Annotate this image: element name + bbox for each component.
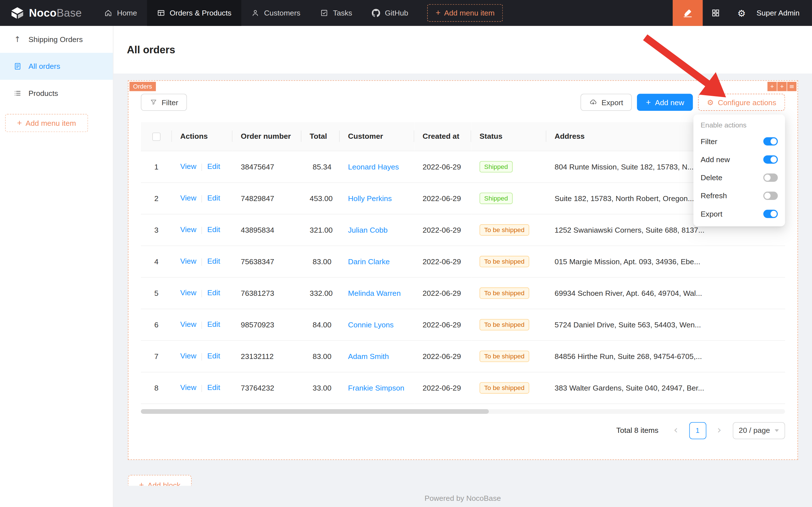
page-size-select[interactable]: 20 / page <box>733 422 785 439</box>
col-header-created-at: Created at <box>414 122 471 151</box>
cell-address: 5724 Daniel Drive, Suite 563, 54403, Wen… <box>546 309 785 340</box>
export-button[interactable]: Export <box>581 94 632 111</box>
dropdown-item-label: Filter <box>701 137 717 145</box>
dropdown-item-label: Add new <box>701 155 730 163</box>
next-page-button[interactable]: › <box>711 422 728 439</box>
cell-created-at: 2022-06-29 <box>414 245 471 277</box>
add-block-button[interactable]: + Add block <box>128 475 192 486</box>
select-all-checkbox[interactable] <box>152 132 161 141</box>
view-link[interactable]: View <box>180 257 196 265</box>
nav-item-home[interactable]: Home <box>94 0 147 26</box>
brand-text: NocoBase <box>29 7 82 19</box>
github-icon <box>372 9 380 17</box>
col-header-actions: Actions <box>172 122 233 151</box>
filter-button[interactable]: Filter <box>141 94 187 111</box>
nav-add-menu-item-button[interactable]: + Add menu item <box>427 4 503 22</box>
row-actions: ViewEdit <box>172 151 233 182</box>
view-link[interactable]: View <box>180 162 196 171</box>
nav-item-customers[interactable]: Customers <box>241 0 310 26</box>
view-link[interactable]: View <box>180 194 196 202</box>
cell-total: 83.00 <box>301 340 340 372</box>
toggle-switch[interactable] <box>763 210 777 218</box>
toggle-switch[interactable] <box>763 173 777 181</box>
file-icon <box>13 62 22 70</box>
sidebar-item-products[interactable]: Products <box>0 80 113 107</box>
plugin-manager-button[interactable] <box>703 0 729 26</box>
table-header-row: Actions Order number Total Customer Crea… <box>141 122 785 151</box>
cell-created-at: 2022-06-29 <box>414 309 471 340</box>
dropdown-item-label: Export <box>701 210 722 218</box>
customer-link[interactable]: Frankie Simpson <box>348 384 404 392</box>
customer-link[interactable]: Adam Smith <box>348 352 389 360</box>
col-header-status: Status <box>471 122 546 151</box>
sidebar-add-menu-item-button[interactable]: + Add menu item <box>5 114 88 132</box>
sidebar-item-shipping-orders[interactable]: ↑ Shipping Orders <box>0 26 113 53</box>
toggle-switch[interactable] <box>763 137 777 145</box>
nocobase-logo-icon <box>10 6 24 20</box>
edit-link[interactable]: Edit <box>207 352 220 360</box>
action-divider <box>201 195 202 203</box>
table-row: 6 ViewEdit 98570923 84.00 Connie Lyons 2… <box>141 309 785 340</box>
dropdown-list: Filter Add new Delete Refresh Export <box>693 132 785 222</box>
chevron-down-icon <box>775 429 779 432</box>
dropdown-item[interactable]: Add new <box>693 150 785 168</box>
add-new-button[interactable]: + Add new <box>637 94 693 111</box>
cell-order-number: 43895834 <box>233 214 301 245</box>
prev-page-button[interactable]: ‹ <box>668 422 685 439</box>
customer-link[interactable]: Connie Lyons <box>348 320 394 329</box>
block-menu-icon[interactable]: ≡ <box>787 82 797 91</box>
edit-link[interactable]: Edit <box>207 226 220 234</box>
col-header-order-number: Order number <box>233 122 301 151</box>
settings-button[interactable]: ⚙ <box>729 0 754 26</box>
current-page-button[interactable]: 1 <box>689 422 706 439</box>
nav-item-orders-products[interactable]: Orders & Products <box>147 0 241 26</box>
plus-icon: + <box>139 481 144 486</box>
edit-link[interactable]: Edit <box>207 289 220 297</box>
edit-link[interactable]: Edit <box>207 162 220 171</box>
sidebar-item-all-orders[interactable]: All orders <box>0 53 113 80</box>
cell-status: Shipped <box>471 182 546 214</box>
nocobase-logo[interactable]: NocoBase <box>0 6 90 20</box>
list-icon <box>13 89 22 97</box>
horizontal-scrollbar-thumb[interactable] <box>141 409 489 414</box>
cell-order-number: 98570923 <box>233 309 301 340</box>
ui-editor-button[interactable] <box>673 0 703 26</box>
view-link[interactable]: View <box>180 384 196 392</box>
row-actions: ViewEdit <box>172 340 233 372</box>
cell-customer: Leonard Hayes <box>340 151 414 182</box>
dropdown-item[interactable]: Delete <box>693 168 785 186</box>
edit-link[interactable]: Edit <box>207 384 220 392</box>
customer-link[interactable]: Holly Perkins <box>348 194 392 202</box>
edit-link[interactable]: Edit <box>207 194 220 202</box>
user-name[interactable]: Super Admin <box>754 9 812 17</box>
customers-icon <box>251 9 259 17</box>
edit-link[interactable]: Edit <box>207 320 220 329</box>
nav-item-tasks[interactable]: Tasks <box>310 0 362 26</box>
view-link[interactable]: View <box>180 226 196 234</box>
cell-address: 383 Walter Gardens, Suite 040, 24947, Be… <box>546 372 785 403</box>
toggle-switch[interactable] <box>763 191 777 200</box>
view-link[interactable]: View <box>180 289 196 297</box>
cell-customer: Julian Cobb <box>340 214 414 245</box>
configure-actions-button[interactable]: ⚙ Configure actions <box>698 94 785 111</box>
nav-item-github[interactable]: GitHub <box>362 0 418 26</box>
cell-address: 84856 Hirthe Run, Suite 268, 94754-6705,… <box>546 340 785 372</box>
view-link[interactable]: View <box>180 352 196 360</box>
view-link[interactable]: View <box>180 320 196 329</box>
dropdown-item[interactable]: Refresh <box>693 186 785 205</box>
toggle-knob <box>770 138 777 144</box>
toggle-switch[interactable] <box>763 155 777 163</box>
customer-link[interactable]: Melinda Warren <box>348 289 401 297</box>
toggle-knob <box>770 156 777 162</box>
drag-icon[interactable]: + <box>767 82 777 91</box>
cell-customer: Melinda Warren <box>340 277 414 309</box>
dropdown-item[interactable]: Filter <box>693 132 785 150</box>
customer-link[interactable]: Julian Cobb <box>348 226 388 234</box>
row-index: 1 <box>141 151 172 182</box>
dropdown-item[interactable]: Export <box>693 205 785 222</box>
customer-link[interactable]: Darin Clarke <box>348 257 390 265</box>
block-designer-toolbar: + + ≡ <box>767 82 797 91</box>
customer-link[interactable]: Leonard Hayes <box>348 162 399 171</box>
add-block-icon[interactable]: + <box>777 82 787 91</box>
edit-link[interactable]: Edit <box>207 257 220 265</box>
